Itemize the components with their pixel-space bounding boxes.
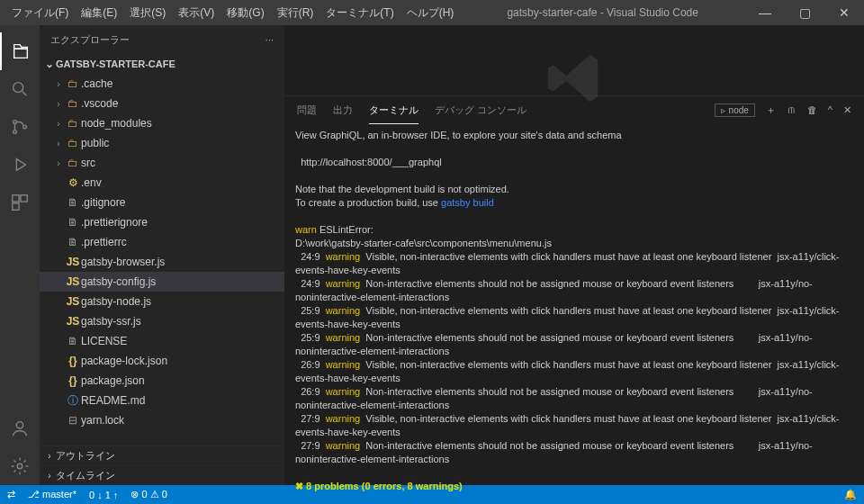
file-name: gatsby-browser.js xyxy=(81,256,165,268)
menu-item[interactable]: 編集(E) xyxy=(75,0,123,25)
search-icon[interactable] xyxy=(0,70,40,108)
file-name: gatsby-ssr.js xyxy=(81,315,141,328)
svg-rect-6 xyxy=(13,203,19,210)
file-item[interactable]: 🗎LICENSE xyxy=(40,331,284,351)
close-button[interactable]: ✕ xyxy=(824,0,864,25)
menu-item[interactable]: 実行(R) xyxy=(271,0,320,25)
svg-rect-5 xyxy=(21,195,27,202)
file-name: package-lock.json xyxy=(81,355,167,367)
maximize-panel-icon[interactable]: ^ xyxy=(828,104,832,115)
panel-tab[interactable]: 問題 xyxy=(297,96,317,123)
file-item[interactable]: JSgatsby-browser.js xyxy=(40,252,284,272)
menu-bar: ファイル(F)編集(E)選択(S)表示(V)移動(G)実行(R)ターミナル(T)… xyxy=(0,0,460,25)
file-name: .prettierignore xyxy=(81,216,148,229)
file-item[interactable]: ⚙.env xyxy=(40,173,284,193)
minimize-button[interactable]: ― xyxy=(745,0,785,25)
chevron-right-icon: › xyxy=(43,451,56,461)
remote-icon[interactable]: ⇄ xyxy=(7,489,15,500)
menu-item[interactable]: 選択(S) xyxy=(123,0,172,25)
kill-terminal-icon[interactable]: 🗑 xyxy=(807,104,817,115)
file-name: README.md xyxy=(81,394,145,407)
side-bar: エクスプローラー ··· ⌄ GATSBY-STARTER-CAFE ›🗀.ca… xyxy=(40,25,284,485)
chevron-right-icon: › xyxy=(43,471,56,481)
explorer-icon[interactable] xyxy=(0,32,40,70)
file-item[interactable]: 🗎.prettierignore xyxy=(40,212,284,232)
sidebar-section[interactable]: ›タイムライン xyxy=(40,465,284,485)
file-name: node_modules xyxy=(81,117,152,130)
sidebar-section[interactable]: ›アウトライン xyxy=(40,446,284,465)
folder-item[interactable]: ›🗀public xyxy=(40,133,284,153)
svg-point-7 xyxy=(16,422,22,428)
panel-tab[interactable]: 出力 xyxy=(333,96,353,123)
file-item[interactable]: ⓘREADME.md xyxy=(40,391,284,410)
git-branch[interactable]: ⎇ master* xyxy=(28,489,76,500)
window-controls: ― ▢ ✕ xyxy=(745,0,864,25)
file-tree: ›🗀.cache›🗀.vscode›🗀node_modules›🗀public›… xyxy=(40,74,284,446)
panel-tab[interactable]: デバッグ コンソール xyxy=(435,96,526,123)
file-item[interactable]: JSgatsby-ssr.js xyxy=(40,311,284,331)
split-terminal-icon[interactable]: ⫙ xyxy=(787,104,796,115)
svg-point-1 xyxy=(14,121,17,124)
file-item[interactable]: 🗎.gitignore xyxy=(40,193,284,212)
menu-item[interactable]: 表示(V) xyxy=(172,0,220,25)
new-terminal-icon[interactable]: ＋ xyxy=(766,104,776,117)
sidebar-header: エクスプローラー ··· xyxy=(40,25,284,54)
window-title: gatsby-starter-cafe - Visual Studio Code xyxy=(460,6,745,19)
file-item[interactable]: {}package-lock.json xyxy=(40,351,284,371)
folder-item[interactable]: ›🗀node_modules xyxy=(40,113,284,133)
project-header[interactable]: ⌄ GATSBY-STARTER-CAFE xyxy=(40,54,284,74)
close-panel-icon[interactable]: ✕ xyxy=(843,104,851,116)
file-name: .gitignore xyxy=(81,196,125,209)
chevron-down-icon: ⌄ xyxy=(43,58,56,70)
folder-item[interactable]: ›🗀src xyxy=(40,153,284,173)
maximize-button[interactable]: ▢ xyxy=(785,0,824,25)
section-label: アウトライン xyxy=(56,449,115,463)
sidebar-title: エクスプローラー xyxy=(50,33,130,47)
file-name: .env xyxy=(81,176,102,189)
file-name: .cache xyxy=(81,77,112,90)
file-item[interactable]: JSgatsby-node.js xyxy=(40,292,284,311)
file-name: LICENSE xyxy=(81,335,127,347)
menu-item[interactable]: ファイル(F) xyxy=(5,0,75,25)
section-label: タイムライン xyxy=(56,469,115,482)
file-name: gatsby-node.js xyxy=(81,295,151,308)
extensions-icon[interactable] xyxy=(0,184,40,221)
file-item[interactable]: ⊟yarn.lock xyxy=(40,410,284,430)
file-item[interactable]: 🗎.prettierrc xyxy=(40,232,284,252)
project-name: GATSBY-STARTER-CAFE xyxy=(56,58,176,69)
debug-icon[interactable] xyxy=(0,146,40,184)
file-name: src xyxy=(81,157,95,169)
file-name: package.json xyxy=(81,374,145,387)
terminal-output[interactable]: View GraphiQL, an in-browser IDE, to exp… xyxy=(284,123,864,504)
svg-point-8 xyxy=(17,464,22,469)
file-name: yarn.lock xyxy=(81,414,124,427)
file-name: public xyxy=(81,137,109,149)
vscode-watermark-icon xyxy=(543,47,606,110)
problems-status[interactable]: ⊗ 0 ⚠ 0 xyxy=(130,489,166,500)
account-icon[interactable] xyxy=(0,410,40,447)
panel-actions: ▹node ＋ ⫙ 🗑 ^ ✕ xyxy=(715,104,864,117)
menu-item[interactable]: ターミナル(T) xyxy=(320,0,400,25)
activity-bar xyxy=(0,25,40,485)
terminal-selector[interactable]: ▹node xyxy=(715,104,755,117)
file-name: .vscode xyxy=(81,97,118,110)
folder-item[interactable]: ›🗀.cache xyxy=(40,74,284,94)
more-icon[interactable]: ··· xyxy=(266,34,274,45)
menu-item[interactable]: ヘルプ(H) xyxy=(400,0,461,25)
svg-point-2 xyxy=(14,130,17,134)
title-bar: ファイル(F)編集(E)選択(S)表示(V)移動(G)実行(R)ターミナル(T)… xyxy=(0,0,864,25)
file-item[interactable]: JSgatsby-config.js xyxy=(40,272,284,292)
git-sync[interactable]: 0 ↓ 1 ↑ xyxy=(89,490,118,500)
editor-area: 問題出力ターミナルデバッグ コンソール ▹node ＋ ⫙ 🗑 ^ ✕ View… xyxy=(284,25,864,485)
settings-icon[interactable] xyxy=(0,447,40,485)
menu-item[interactable]: 移動(G) xyxy=(220,0,270,25)
file-item[interactable]: {}package.json xyxy=(40,371,284,391)
source-control-icon[interactable] xyxy=(0,108,40,146)
svg-point-0 xyxy=(14,83,23,93)
file-name: .prettierrc xyxy=(81,236,127,248)
folder-item[interactable]: ›🗀.vscode xyxy=(40,94,284,113)
file-name: gatsby-config.js xyxy=(81,275,156,288)
launch-icon: ▹ xyxy=(721,105,725,115)
panel-tab[interactable]: ターミナル xyxy=(369,96,418,124)
svg-rect-4 xyxy=(13,195,19,202)
